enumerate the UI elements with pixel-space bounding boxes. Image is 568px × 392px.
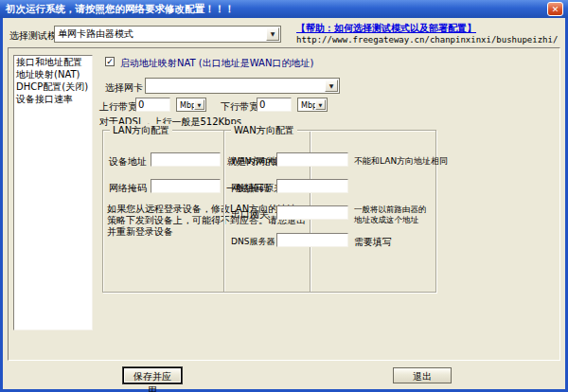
dns-server-label: DNS服务器 — [231, 236, 275, 248]
upstream-input[interactable] — [135, 98, 170, 112]
wan-gateway-hint: 一般将以前路由器的地址改成这个地址 — [354, 205, 434, 225]
window-title: 初次运行系统，请按照您的网络要求修改配置！！！ — [6, 3, 235, 14]
chevron-down-icon[interactable]: ▼ — [315, 99, 326, 110]
upstream-unit-select[interactable]: Mbps ▼ — [176, 98, 206, 112]
lan-netmask-input[interactable] — [151, 179, 221, 193]
wan-netmask-input[interactable] — [276, 179, 348, 193]
wan-netmask-label: 网络掩码 — [231, 182, 269, 195]
downstream-label: 下行带宽 — [221, 100, 258, 114]
close-button[interactable]: ✕ — [547, 2, 563, 16]
help-link[interactable]: 【帮助：如何选择测试模式以及部署配置】 — [296, 22, 476, 35]
lan-device-address-input[interactable] — [151, 152, 221, 167]
config-section-list[interactable]: 接口和地址配置 地址映射(NAT) DHCP配置(关闭) 设备接口速率 — [13, 55, 93, 330]
close-icon: ✕ — [552, 5, 559, 14]
downstream-unit-select[interactable]: Mbps ▼ — [297, 98, 328, 112]
list-item-port-speed[interactable]: 设备接口速率 — [14, 93, 92, 105]
list-item-nat[interactable]: 地址映射(NAT) — [14, 68, 92, 80]
help-url: http://www.freegateway.cn/chanpinxinxi/b… — [296, 35, 558, 45]
wan-group-title: WAN方向配置 — [231, 124, 297, 137]
list-item-dhcp[interactable]: DHCP配置(关闭) — [14, 80, 92, 93]
lan-device-address-label: 设备地址 — [109, 155, 147, 169]
chevron-down-icon[interactable]: ▼ — [325, 80, 338, 92]
nat-checkbox-label[interactable]: 启动地址映射NAT (出口地址是WAN口的地址) — [120, 57, 313, 70]
exit-button[interactable]: 退出 — [393, 367, 452, 383]
nic-label: 选择网卡 — [105, 81, 143, 95]
lan-netmask-label: 网络掩码 — [109, 182, 147, 195]
dns-server-input[interactable] — [276, 233, 348, 247]
list-item-interface-address[interactable]: 接口和地址配置 — [14, 56, 92, 68]
save-apply-button[interactable]: 保存并应用 — [123, 367, 182, 383]
main-panel: 接口和地址配置 地址映射(NAT) DHCP配置(关闭) 设备接口速率 ✓ 启动… — [8, 47, 560, 361]
wan-address-input[interactable] — [276, 152, 348, 167]
wan-address-hint: 不能和LAN方向地址相同 — [354, 155, 448, 168]
wan-gateway-label: 出口网关 — [231, 208, 269, 222]
upstream-label: 上行带宽 — [99, 100, 137, 114]
test-mode-select[interactable]: 单网卡路由器模式 ▼ — [54, 26, 281, 43]
check-icon: ✓ — [106, 57, 114, 66]
downstream-input[interactable] — [257, 98, 292, 112]
test-mode-value: 单网卡路由器模式 — [58, 27, 133, 41]
nat-checkbox[interactable]: ✓ — [105, 57, 115, 66]
wan-groupbox: WAN方向配置 WAN方向地址 不能和LAN方向地址相同 网络掩码 出口网关 一… — [223, 130, 436, 293]
nic-select[interactable]: ▼ — [145, 78, 340, 94]
title-bar: 初次运行系统，请按照您的网络要求修改配置！！！ — [0, 0, 568, 18]
dns-server-hint: 需要填写 — [354, 236, 392, 249]
lan-group-title: LAN方向配置 — [110, 124, 172, 137]
wan-gateway-input[interactable] — [276, 205, 348, 220]
chevron-down-icon[interactable]: ▼ — [266, 27, 279, 41]
dialog-window: 初次运行系统，请按照您的网络要求修改配置！！！ ✕ 选择测试模式 单网卡路由器模… — [0, 0, 568, 392]
chevron-down-icon[interactable]: ▼ — [194, 99, 204, 110]
